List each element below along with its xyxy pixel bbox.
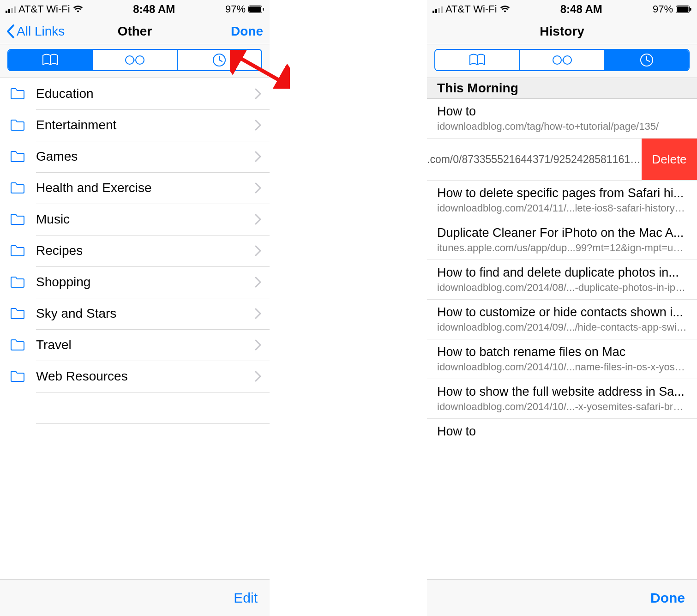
history-item[interactable]: How to show the full website address in …: [427, 379, 697, 419]
folder-icon: [10, 213, 25, 225]
folder-icon: [10, 119, 25, 131]
svg-point-4: [136, 56, 144, 64]
history-item-title: Duplicate Cleaner For iPhoto on the Mac …: [437, 226, 687, 240]
folder-label: Web Resources: [36, 369, 255, 384]
history-item[interactable]: Duplicate Cleaner For iPhoto on the Mac …: [427, 220, 697, 260]
tab-segmented-control: [434, 49, 690, 71]
history-item-url: idownloadblog.com/2014/08/...-duplicate-…: [437, 282, 687, 294]
chevron-right-icon: [255, 277, 261, 288]
folder-row[interactable]: Shopping: [0, 266, 270, 298]
battery-percent: 97%: [653, 3, 673, 15]
done-button[interactable]: Done: [231, 24, 263, 39]
history-item[interactable]: How to find and delete duplicate photos …: [427, 260, 697, 300]
chevron-right-icon: [255, 245, 261, 256]
book-icon: [469, 54, 486, 66]
chevron-right-icon: [255, 151, 261, 162]
book-icon: [42, 54, 59, 66]
wifi-icon: [73, 6, 83, 13]
folder-label: Recipes: [36, 243, 255, 258]
tab-reading-list[interactable]: [519, 50, 604, 70]
phone-history: AT&T Wi-Fi 8:48 AM 97% History: [427, 0, 697, 616]
wifi-icon: [500, 6, 510, 13]
clock-icon: [640, 53, 654, 67]
done-button[interactable]: Done: [650, 590, 685, 606]
folder-list[interactable]: EducationEntertainmentGamesHealth and Ex…: [0, 78, 270, 579]
tab-bookmarks[interactable]: [435, 50, 519, 70]
svg-rect-1: [249, 6, 261, 12]
clock-icon: [212, 53, 226, 67]
folder-label: Sky and Stars: [36, 306, 255, 321]
history-item-swiped[interactable]: .com/0/873355521644371/925242858116153 D…: [427, 139, 697, 181]
folder-row[interactable]: Entertainment: [0, 109, 270, 141]
tab-history[interactable]: [177, 50, 261, 70]
bottom-toolbar: Edit: [0, 579, 270, 616]
battery-icon: [248, 6, 264, 13]
history-item-url: .com/0/873355521644371/925242858116153: [427, 153, 642, 166]
chevron-right-icon: [255, 371, 261, 382]
history-item[interactable]: How to batch rename files on Macidownloa…: [427, 339, 697, 379]
history-item-title: How to: [437, 424, 687, 439]
chevron-right-icon: [255, 182, 261, 193]
edit-button[interactable]: Edit: [234, 590, 258, 606]
history-item[interactable]: How to: [427, 419, 697, 440]
history-item-url: idownloadblog.com/2014/11/...lete-ios8-s…: [437, 202, 687, 214]
glasses-icon: [552, 55, 572, 65]
history-item-url: idownloadblog.com/tag/how-to+tutorial/pa…: [437, 121, 687, 133]
folder-label: Games: [36, 149, 255, 164]
folder-row[interactable]: Sky and Stars: [0, 298, 270, 329]
folder-icon: [10, 182, 25, 194]
carrier-label: AT&T Wi-Fi: [445, 3, 497, 15]
signal-bars-icon: [433, 6, 443, 13]
chevron-right-icon: [255, 120, 261, 131]
folder-icon: [10, 339, 25, 351]
back-button[interactable]: All Links: [6, 24, 65, 39]
glasses-icon: [125, 55, 145, 65]
history-item-title: How to find and delete duplicate photos …: [437, 266, 687, 280]
folder-row[interactable]: Web Resources: [0, 361, 270, 392]
tab-segmented-control: [7, 49, 262, 71]
clock-time: 8:48 AM: [133, 3, 175, 16]
folder-row[interactable]: Health and Exercise: [0, 172, 270, 204]
folder-row[interactable]: Education: [0, 78, 270, 109]
folder-row[interactable]: Music: [0, 204, 270, 235]
empty-row: [0, 392, 270, 423]
folder-icon: [10, 308, 25, 320]
back-label: All Links: [17, 24, 65, 39]
nav-bar: All Links Other Done: [0, 18, 270, 44]
folder-row[interactable]: Recipes: [0, 235, 270, 266]
folder-label: Travel: [36, 338, 255, 352]
history-item[interactable]: How to idownloadblog.com/tag/how-to+tuto…: [427, 99, 697, 139]
history-item[interactable]: How to delete specific pages from Safari…: [427, 181, 697, 220]
chevron-right-icon: [255, 308, 261, 319]
phone-bookmarks: AT&T Wi-Fi 8:48 AM 97% All Links Othe: [0, 0, 270, 616]
folder-row[interactable]: Travel: [0, 329, 270, 361]
history-item-title: How to: [437, 104, 687, 119]
chevron-right-icon: [255, 214, 261, 225]
history-section-header: This Morning: [427, 78, 697, 99]
history-item[interactable]: How to customize or hide contacts shown …: [427, 300, 697, 339]
folder-label: Entertainment: [36, 118, 255, 133]
folder-row[interactable]: Games: [0, 141, 270, 172]
tab-bookmarks[interactable]: [8, 50, 92, 70]
folder-icon: [10, 245, 25, 257]
status-bar: AT&T Wi-Fi 8:48 AM 97%: [0, 0, 270, 18]
folder-label: Music: [36, 212, 255, 227]
history-item-title: How to show the full website address in …: [437, 385, 687, 399]
tab-history[interactable]: [604, 50, 689, 70]
svg-point-10: [563, 56, 571, 64]
tab-reading-list[interactable]: [92, 50, 176, 70]
battery-percent: 97%: [225, 3, 246, 15]
history-item-url: itunes.apple.com/us/app/dup...99?mt=12&i…: [437, 242, 687, 254]
chevron-right-icon: [255, 339, 261, 350]
page-title: Other: [118, 24, 152, 39]
history-item-title: How to batch rename files on Mac: [437, 345, 687, 359]
history-list[interactable]: This Morning How to idownloadblog.com/ta…: [427, 78, 697, 579]
folder-icon: [10, 151, 25, 163]
bottom-toolbar: Done: [427, 579, 697, 616]
svg-rect-7: [677, 6, 689, 12]
svg-rect-2: [263, 8, 264, 11]
folder-icon: [10, 370, 25, 382]
delete-button[interactable]: Delete: [642, 139, 697, 180]
battery-icon: [676, 6, 691, 13]
clock-time: 8:48 AM: [560, 3, 602, 16]
